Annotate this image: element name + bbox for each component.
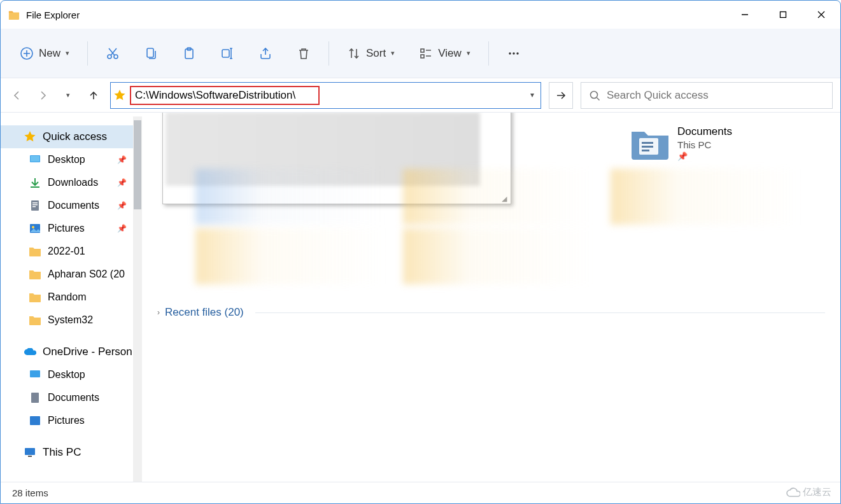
up-button[interactable]	[85, 87, 102, 104]
copy-button[interactable]	[138, 43, 164, 64]
share-icon	[258, 46, 272, 60]
pin-icon: 📌	[117, 224, 127, 233]
recent-files-label: Recent files (20)	[165, 306, 244, 319]
sidebar-item-label: Pictures	[48, 415, 85, 426]
sidebar-item-desktop[interactable]: Desktop	[1, 363, 134, 386]
sidebar: Quick access Desktop 📌 Downloads 📌 Docum…	[1, 113, 142, 482]
sidebar-item-documents[interactable]: Documents	[1, 386, 134, 409]
rename-button[interactable]	[214, 43, 241, 64]
search-box[interactable]	[581, 82, 833, 109]
address-bar[interactable]: ▾	[110, 82, 541, 109]
blurred-tile	[195, 228, 386, 284]
search-input[interactable]	[607, 89, 824, 102]
svg-rect-15	[31, 156, 39, 162]
chevron-down-icon: ▾	[391, 49, 395, 57]
share-button[interactable]	[252, 43, 279, 64]
sidebar-item-label: Desktop	[48, 154, 85, 165]
maximize-button[interactable]	[764, 1, 802, 28]
content-pane: ◢ loads C Documents This PC 📌	[142, 113, 840, 482]
recent-files-header[interactable]: › Recent files (20)	[157, 306, 825, 319]
blurred-tile	[403, 228, 594, 284]
svg-rect-26	[28, 456, 32, 457]
sidebar-item-label: Documents	[48, 200, 99, 211]
scrollbar-track[interactable]	[133, 116, 142, 482]
folder-card-documents[interactable]: Documents This PC 📌	[630, 125, 821, 161]
sidebar-item-label: Apharan S02 (20	[48, 269, 125, 280]
watermark-text: 亿速云	[803, 486, 831, 498]
sidebar-quick-access[interactable]: Quick access	[1, 125, 134, 148]
new-button[interactable]: New ▾	[13, 43, 76, 64]
quick-access-label: Quick access	[43, 130, 107, 143]
scrollbar-thumb[interactable]	[134, 120, 141, 209]
chevron-down-icon: ▾	[467, 49, 470, 57]
sidebar-item-label: Desktop	[48, 369, 85, 381]
go-button[interactable]	[549, 82, 573, 109]
sidebar-item-label: System32	[48, 314, 93, 326]
sidebar-item-label: Documents	[48, 392, 99, 403]
clipboard-icon	[182, 46, 196, 60]
sidebar-item-folder[interactable]: System32	[1, 309, 134, 332]
recent-locations-button[interactable]: ▾	[59, 87, 77, 104]
svg-rect-25	[25, 448, 35, 455]
svg-point-21	[32, 226, 34, 228]
sidebar-item-downloads[interactable]: Downloads 📌	[1, 171, 134, 194]
separator	[87, 41, 88, 66]
divider	[255, 312, 825, 313]
more-button[interactable]	[500, 43, 527, 64]
back-button[interactable]	[8, 87, 26, 104]
status-bar: 28 items	[1, 482, 840, 503]
sidebar-item-pictures[interactable]: Pictures 📌	[1, 217, 134, 240]
this-pc-label: This PC	[43, 446, 81, 459]
blurred-tile	[611, 169, 802, 225]
forward-button[interactable]	[34, 87, 52, 104]
sidebar-item-folder[interactable]: 2022-01	[1, 240, 134, 263]
separator	[329, 41, 329, 66]
star-icon	[113, 89, 126, 102]
trash-icon	[297, 46, 311, 60]
onedrive-icon	[24, 346, 36, 358]
svg-rect-19	[32, 206, 36, 207]
svg-rect-29	[642, 146, 653, 148]
svg-rect-24	[30, 416, 40, 425]
svg-rect-18	[32, 204, 38, 206]
address-input[interactable]	[130, 86, 320, 105]
rename-icon	[220, 46, 234, 60]
svg-rect-4	[147, 48, 153, 57]
svg-rect-8	[421, 49, 424, 52]
onedrive-label: OneDrive - Person	[43, 346, 132, 358]
paste-button[interactable]	[176, 43, 202, 64]
folder-icon	[29, 245, 41, 258]
documents-folder-icon	[630, 125, 670, 160]
pin-icon: 📌	[677, 151, 732, 161]
folder-name: Documents	[677, 125, 732, 138]
sidebar-onedrive[interactable]: OneDrive - Person	[1, 340, 134, 363]
sidebar-item-documents[interactable]: Documents 📌	[1, 194, 134, 217]
sidebar-item-folder[interactable]: Random	[1, 286, 134, 309]
copy-icon	[144, 46, 158, 60]
sidebar-item-desktop[interactable]: Desktop 📌	[1, 148, 134, 171]
svg-rect-22	[30, 370, 40, 377]
sidebar-this-pc[interactable]: This PC	[1, 441, 134, 464]
view-button[interactable]: View ▾	[413, 43, 477, 64]
sidebar-item-label: Random	[48, 291, 86, 303]
close-button[interactable]	[802, 1, 840, 28]
desktop-icon	[29, 153, 41, 166]
chevron-down-icon: ▾	[66, 91, 70, 99]
sort-button[interactable]: Sort ▾	[341, 43, 401, 64]
minimize-button[interactable]	[726, 1, 764, 28]
sidebar-item-pictures[interactable]: Pictures	[1, 409, 134, 432]
delete-button[interactable]	[290, 43, 317, 64]
pin-icon: 📌	[117, 201, 127, 210]
svg-point-11	[512, 52, 514, 54]
blurred-tile	[403, 169, 594, 225]
sidebar-item-label: 2022-01	[48, 246, 85, 257]
cut-button[interactable]	[99, 43, 126, 64]
main: Quick access Desktop 📌 Downloads 📌 Docum…	[1, 113, 840, 482]
downloads-icon	[29, 176, 41, 189]
sidebar-item-folder[interactable]: Apharan S02 (20	[1, 263, 134, 286]
pin-icon: 📌	[117, 178, 127, 187]
window-controls	[726, 1, 840, 28]
chevron-right-icon: ›	[157, 308, 160, 317]
sort-label: Sort	[366, 47, 386, 60]
svg-point-13	[591, 91, 598, 98]
